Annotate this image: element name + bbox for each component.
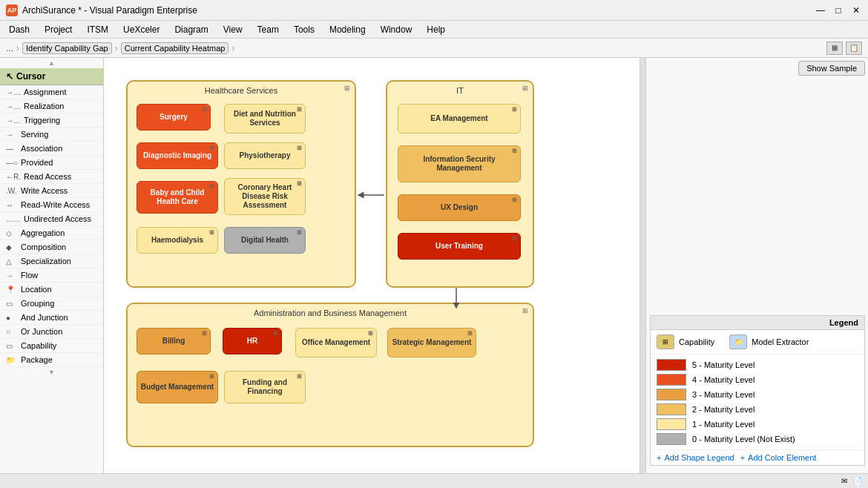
panel-item-capability[interactable]: ▭Capability	[0, 339, 103, 353]
menu-item-project[interactable]: Project	[39, 23, 78, 36]
cap-ux[interactable]: UX Design⊞	[398, 194, 521, 221]
cap-baby[interactable]: Baby and Child Health Care⊞	[137, 181, 218, 214]
menu-item-view[interactable]: View	[217, 23, 249, 36]
close-button[interactable]: ✕	[850, 4, 862, 16]
group-healthcare: Healthcare Services ⊞ Surgery⊞ Diet and …	[126, 80, 356, 288]
panel-item-aggregation[interactable]: ◇Aggregation	[0, 226, 103, 240]
add-color-label: Add Color Element	[748, 453, 816, 462]
panel-item-specialization[interactable]: △Specialization	[0, 254, 103, 268]
diagram-canvas[interactable]: Healthcare Services ⊞ Surgery⊞ Diet and …	[104, 58, 645, 488]
show-sample-button[interactable]: Show Sample	[798, 61, 865, 76]
item-icon: ◇	[6, 229, 18, 237]
cap-diagnostic[interactable]: Diagnostic Imaging⊞	[137, 142, 218, 169]
breadcrumb-identify[interactable]: Identify Capability Gap	[22, 42, 112, 54]
menu-item-uexceler[interactable]: UeXceler	[117, 23, 165, 36]
cap-physio[interactable]: Physiotherapy⊞	[224, 142, 306, 169]
panel-item-triggering[interactable]: →…Triggering	[0, 113, 103, 128]
extractor-label: Model Extractor	[752, 337, 809, 346]
cap-digital[interactable]: Digital Health⊞	[224, 227, 306, 254]
panel-title: Cursor	[16, 71, 45, 82]
cap-coronary[interactable]: Coronary Heart Disease Risk Assessment⊞	[224, 178, 306, 215]
legend-color-2	[657, 389, 686, 400]
legend-color-4	[657, 418, 686, 430]
legend-row-3: 2 - Maturity Level	[657, 402, 858, 417]
breadcrumb-current[interactable]: Current Capability Heatmap	[121, 42, 229, 54]
window-controls[interactable]: — □ ✕	[815, 4, 862, 16]
legend-color-5	[657, 433, 686, 445]
panel-items: →…Assignment→…Realization→…Triggering→Se…	[0, 85, 103, 367]
item-icon: —	[6, 145, 18, 153]
menu-item-window[interactable]: Window	[375, 23, 418, 36]
cap-infosec[interactable]: Information Security Management⊞	[398, 145, 521, 182]
item-label: Undirected Access	[24, 214, 91, 223]
menu-item-modeling[interactable]: Modeling	[323, 23, 372, 36]
panel-item-package[interactable]: 📁Package	[0, 353, 103, 367]
tool-btn-1[interactable]: ⊞	[826, 42, 843, 55]
cap-hr[interactable]: HR⊞	[223, 328, 282, 355]
scroll-up[interactable]: ▲	[0, 58, 103, 68]
panel-item-read-access[interactable]: ←R.Read Access	[0, 170, 103, 184]
add-color-element-btn[interactable]: + Add Color Element	[740, 453, 817, 462]
item-icon: →	[6, 131, 18, 139]
panel-item-provided[interactable]: —○Provided	[0, 156, 103, 170]
menu-item-diagram[interactable]: Diagram	[168, 23, 214, 36]
cap-ea[interactable]: EA Management⊞	[398, 104, 521, 133]
item-icon: .W.	[6, 187, 18, 195]
item-icon: △	[6, 257, 18, 266]
panel-item-location[interactable]: 📍Location	[0, 283, 103, 297]
cap-diet[interactable]: Diet and Nutrition Services⊞	[224, 104, 306, 133]
scroll-indicator[interactable]	[640, 58, 645, 488]
breadcrumb-nav[interactable]: ...	[6, 43, 13, 53]
menu-item-dash[interactable]: Dash	[3, 23, 36, 36]
item-icon: →…	[6, 102, 21, 111]
legend-row-2: 3 - Maturity Level	[657, 387, 858, 402]
cap-usertraining[interactable]: User Training⊞	[398, 233, 521, 260]
cap-funding[interactable]: Funding and Financing⊞	[224, 371, 306, 403]
panel-item-composition[interactable]: ◆Composition	[0, 240, 103, 254]
cap-billing[interactable]: Billing⊞	[137, 328, 211, 355]
maximize-button[interactable]: □	[832, 4, 844, 16]
panel-item-association[interactable]: —Association	[0, 142, 103, 156]
scroll-down[interactable]: ▼	[0, 367, 103, 377]
cap-haemo[interactable]: Haemodialysis⊞	[137, 227, 218, 254]
panel-item-or-junction[interactable]: ○Or Junction	[0, 325, 103, 339]
item-label: Flow	[21, 271, 38, 280]
item-label: Aggregation	[21, 228, 65, 237]
legend-footer: + Add Shape Legend + Add Color Element	[651, 449, 864, 465]
panel-item-undirected-access[interactable]: ……Undirected Access	[0, 212, 103, 226]
item-label: Or Junction	[21, 327, 62, 336]
item-label: Capability	[21, 341, 56, 350]
it-title: IT	[456, 86, 464, 95]
menu-item-help[interactable]: Help	[421, 23, 451, 36]
cap-surgery[interactable]: Surgery⊞	[137, 104, 211, 131]
legend-row-4: 1 - Maturity Level	[657, 417, 858, 432]
minimize-button[interactable]: —	[815, 4, 826, 16]
cap-budget[interactable]: Budget Management⊞	[137, 371, 218, 403]
cap-office[interactable]: Office Management⊞	[295, 328, 377, 357]
panel-item-write-access[interactable]: .W.Write Access	[0, 184, 103, 198]
panel-item-serving[interactable]: →Serving	[0, 128, 103, 142]
mail-icon[interactable]: ✉	[841, 477, 847, 485]
menu-item-team[interactable]: Team	[251, 23, 285, 36]
panel-item-flow[interactable]: →Flow	[0, 268, 103, 283]
panel-item-realization[interactable]: →…Realization	[0, 99, 103, 113]
panel-item-read-write-access[interactable]: ↔Read-Write Access	[0, 198, 103, 212]
item-label: And Junction	[21, 313, 68, 322]
tool-btn-2[interactable]: 📋	[846, 42, 862, 55]
admin-icon: ⊞	[522, 307, 528, 314]
add-shape-legend-btn[interactable]: + Add Shape Legend	[657, 453, 734, 462]
panel-item-and-junction[interactable]: ●And Junction	[0, 311, 103, 325]
menu-item-itsm[interactable]: ITSM	[81, 23, 114, 36]
left-panel: ▲ ↖ Cursor →…Assignment→…Realization→…Tr…	[0, 58, 104, 488]
item-label: Package	[21, 355, 53, 364]
menu-item-tools[interactable]: Tools	[288, 23, 320, 36]
panel-header: ↖ Cursor	[0, 68, 103, 85]
cap-strategic[interactable]: Strategic Management⊞	[387, 328, 476, 357]
main-layout: ▲ ↖ Cursor →…Assignment→…Realization→…Tr…	[0, 58, 868, 488]
item-icon: →	[6, 271, 18, 280]
doc-icon[interactable]: 📄	[853, 477, 862, 485]
panel-item-grouping[interactable]: ▭Grouping	[0, 297, 103, 311]
statusbar-icons[interactable]: ✉ 📄	[841, 477, 862, 485]
it-icon: ⊞	[522, 85, 528, 92]
panel-item-assignment[interactable]: →…Assignment	[0, 85, 103, 99]
